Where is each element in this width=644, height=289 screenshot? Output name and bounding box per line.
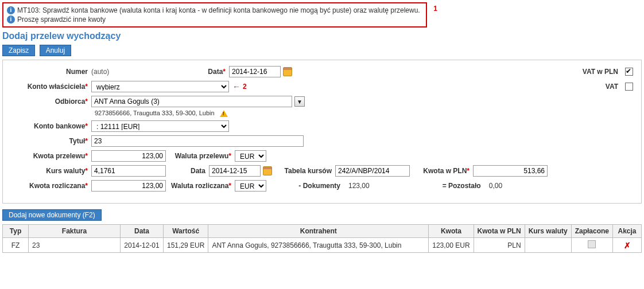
remaining-label: = Pozostało (370, 182, 484, 190)
cell-date: 2014-12-01 (121, 238, 164, 253)
table-row[interactable]: FZ 23 2014-12-01 151,29 EUR ANT Anna Gog… (3, 238, 642, 253)
number-label: Numer (11, 68, 91, 76)
vat-checkbox[interactable] (625, 83, 633, 91)
owner-account-label: Konto właściciela* (11, 83, 91, 91)
rate-input[interactable] (91, 165, 166, 177)
calendar-icon[interactable] (263, 166, 272, 175)
date2-label: Data (166, 167, 209, 175)
settled-currency-select[interactable]: EUR (235, 180, 266, 192)
page-title: Dodaj przelew wychodzący (2, 31, 642, 41)
transfer-currency-label: Waluta przelewu* (166, 152, 235, 160)
col-value: Wartość (164, 225, 208, 238)
arrow-down-icon[interactable]: ▼ (294, 96, 305, 107)
cell-value: 151,29 EUR (164, 238, 208, 253)
cell-invoice: 23 (29, 238, 121, 253)
cell-paid (571, 238, 612, 253)
date2-input[interactable] (209, 165, 261, 177)
bank-account-select[interactable]: : 12111 [EUR] (91, 120, 229, 132)
recipient-label: Odbiorca* (11, 97, 91, 106)
calendar-icon[interactable] (283, 67, 292, 76)
callout-2: 2 (243, 83, 247, 91)
toolbar: Zapisz Anuluj (2, 45, 642, 56)
notice-box: i MT103: Sprawdź konta bankowe (waluta k… (2, 2, 427, 28)
delete-icon[interactable]: ✗ (624, 241, 631, 250)
date-input[interactable] (229, 66, 281, 77)
amount-pln-input[interactable] (473, 165, 548, 177)
title-label: Tytuł* (11, 137, 91, 145)
col-rate: Kurs waluty (525, 225, 571, 238)
notice-text-1: MT103: Sprawdź konta bankowe (waluta kon… (17, 6, 420, 15)
number-value: (auto) (91, 68, 206, 76)
cell-type: FZ (3, 238, 29, 253)
date-label: Data* (206, 68, 229, 76)
transfer-amount-input[interactable] (91, 150, 166, 162)
bank-account-label: Konto bankowe* (11, 122, 91, 130)
owner-account-select[interactable]: wybierz (91, 81, 229, 92)
callout-1: 1 (433, 5, 437, 13)
rate-table-input[interactable] (335, 165, 410, 177)
remaining-value: 0,00 (489, 182, 502, 190)
col-amount: Kwota (429, 225, 474, 238)
transfer-currency-select[interactable]: EUR (235, 150, 266, 162)
cancel-button[interactable]: Anuluj (40, 45, 71, 56)
vat-pln-label: VAT w PLN (583, 68, 622, 76)
notice-text-2: Proszę sprawdzić inne kwoty (17, 15, 106, 24)
documents-label: - Dokumenty (266, 182, 344, 190)
col-paid: Zapłacone (571, 225, 612, 238)
cell-action: ✗ (613, 238, 642, 253)
cell-amount-pln: PLN (474, 238, 525, 253)
title-input[interactable] (91, 135, 304, 147)
documents-table: Typ Faktura Data Wartość Kontrahent Kwot… (2, 224, 642, 253)
col-type: Typ (3, 225, 29, 238)
add-docs-button[interactable]: Dodaj nowe dokumenty (F2) (2, 209, 102, 221)
settled-amount-input[interactable] (91, 180, 166, 192)
info-icon: i (7, 15, 15, 24)
cell-rate (525, 238, 571, 253)
cell-contractor: ANT Anna Goguls, 9273856666, Traugutta 3… (208, 238, 429, 253)
warning-icon (220, 110, 228, 117)
cell-amount: 123,00 EUR (429, 238, 474, 253)
settled-amount-label: Kwota rozliczana* (11, 182, 91, 190)
info-icon: i (7, 6, 15, 14)
recipient-input[interactable] (91, 96, 292, 107)
form-panel: Numer (auto) Data* VAT w PLN Konto właśc… (2, 60, 642, 204)
transfer-amount-label: Kwota przelewu* (11, 152, 91, 160)
col-invoice: Faktura (29, 225, 121, 238)
save-button[interactable]: Zapisz (2, 45, 35, 56)
vat-label: VAT (606, 83, 622, 91)
amount-pln-label: Kwota w PLN* (410, 167, 473, 175)
recipient-detail: 9273856666, Traugutta 333, 59-300, Lubin (95, 110, 633, 117)
documents-value: 123,00 (348, 182, 370, 190)
rate-label: Kurs waluty* (11, 167, 91, 175)
col-contractor: Kontrahent (208, 225, 429, 238)
vat-pln-checkbox[interactable] (625, 68, 633, 76)
arrow-left-icon: ← (232, 82, 240, 91)
rate-table-label: Tabela kursów (272, 167, 335, 175)
paid-checkbox (588, 240, 596, 248)
settled-currency-label: Waluta rozliczana* (166, 182, 235, 190)
col-amount-pln: Kwota w PLN (474, 225, 525, 238)
col-date: Data (121, 225, 164, 238)
col-action: Akcja (613, 225, 642, 238)
